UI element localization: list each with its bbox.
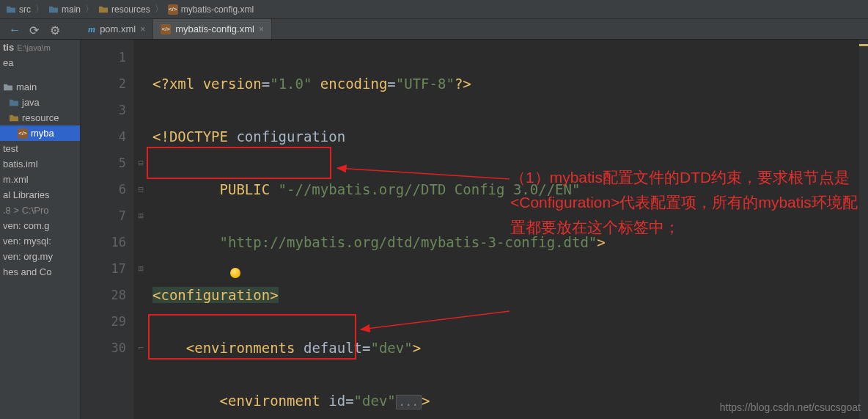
code-token: <? xyxy=(152,76,169,92)
scroll-marker xyxy=(859,44,868,46)
tree-item[interactable]: ven: com.g xyxy=(0,218,80,233)
line-number: 5 xyxy=(81,150,126,176)
code-token: < xyxy=(220,393,228,409)
line-number: 4 xyxy=(81,123,126,150)
tree-root-name: tis xyxy=(3,42,14,53)
code-token: = xyxy=(362,340,370,356)
fold-toggle-icon[interactable]: ⊟ xyxy=(133,176,148,203)
breadcrumb: src 〉 main 〉 resources 〉 </> mybatis-con… xyxy=(0,0,868,19)
line-number: 6 xyxy=(81,176,126,203)
annotation-text: （1）mybatis配置文件的DTD约束，要求根节点是<Configuratio… xyxy=(510,165,862,240)
code-token: id xyxy=(328,393,345,409)
folder-icon xyxy=(98,5,108,14)
code-token: < xyxy=(186,340,194,356)
lightbulb-icon[interactable] xyxy=(230,268,240,278)
tree-item[interactable]: al Libraries xyxy=(0,187,80,203)
code-token: <! xyxy=(152,128,169,145)
line-number: 1 xyxy=(81,44,126,70)
code-token: > xyxy=(422,393,430,409)
back-icon[interactable]: ← xyxy=(9,23,21,35)
breadcrumb-item[interactable]: main xyxy=(47,4,82,15)
chevron-right-icon: 〉 xyxy=(32,3,47,15)
chevron-right-icon: 〉 xyxy=(82,3,97,15)
fold-placeholder[interactable]: ... xyxy=(396,395,422,409)
tree-item[interactable]: .8 > C:\Pro xyxy=(0,203,80,218)
tree-item[interactable]: ven: mysql: xyxy=(0,233,80,249)
fold-column[interactable]: ⊟ ⊟ ⊞ ⊞ ⌐ xyxy=(133,40,148,419)
breadcrumb-text: src xyxy=(19,4,31,15)
tree-root-path: E:\java\m xyxy=(17,43,51,52)
fold-end-icon: ⌐ xyxy=(133,335,148,361)
tree-label: java xyxy=(22,97,40,108)
folder-icon xyxy=(9,98,19,107)
breadcrumb-item[interactable]: src xyxy=(4,4,32,15)
code-token: > xyxy=(413,340,421,356)
close-icon[interactable]: × xyxy=(140,24,145,34)
tree-item[interactable]: hes and Co xyxy=(0,264,80,280)
breadcrumb-item[interactable]: </> mybatis-config.xml xyxy=(166,4,255,15)
folder-icon xyxy=(6,5,16,14)
xml-file-icon: </> xyxy=(168,4,178,15)
tree-item[interactable]: ea xyxy=(0,55,80,70)
maven-icon: m xyxy=(88,23,95,35)
tree-item[interactable]: m.xml xyxy=(0,172,80,187)
code-token: configuration xyxy=(236,128,345,145)
tree-label: main xyxy=(16,81,37,92)
tree-label: myba xyxy=(31,128,54,139)
gear-icon[interactable]: ⚙ xyxy=(50,23,62,35)
tree-item[interactable]: batis.iml xyxy=(0,156,80,172)
line-number: 7 xyxy=(81,203,126,229)
tab-mybatis-config[interactable]: </> mybatis-config.xml × xyxy=(153,19,272,39)
tab-label: pom.xml xyxy=(100,23,136,34)
line-number: 16 xyxy=(81,229,126,255)
code-token: configuration xyxy=(161,287,270,303)
tab-label: mybatis-config.xml xyxy=(175,23,254,34)
code-token: environments xyxy=(194,340,304,356)
line-number: 3 xyxy=(81,97,126,123)
line-number: 17 xyxy=(81,255,126,282)
code-token: "dev" xyxy=(370,340,412,356)
folder-icon xyxy=(48,5,59,14)
fold-toggle-icon[interactable]: ⊞ xyxy=(133,255,148,282)
code-token: < xyxy=(152,287,161,303)
folder-icon xyxy=(9,114,19,123)
tree-label: resource xyxy=(22,112,59,123)
code-token: = xyxy=(262,76,270,92)
code-token: encoding xyxy=(312,76,387,92)
refresh-icon[interactable]: ⟳ xyxy=(29,23,41,35)
line-number: 29 xyxy=(81,308,126,335)
breadcrumb-item[interactable]: resources xyxy=(97,4,152,15)
toolbar: ← ⟳ ⚙ m pom.xml × </> mybatis-config.xml… xyxy=(0,19,868,40)
fold-toggle-icon[interactable]: ⊞ xyxy=(133,203,148,229)
tab-pom[interactable]: m pom.xml × xyxy=(81,19,153,39)
code-token: environment xyxy=(228,393,328,409)
folder-icon xyxy=(3,83,13,92)
fold-toggle-icon[interactable]: ⊟ xyxy=(133,150,148,176)
close-icon[interactable]: × xyxy=(259,24,264,34)
xml-file-icon: </> xyxy=(161,24,171,34)
code-token: "1.0" xyxy=(270,76,312,92)
code-token: DOCTYPE xyxy=(169,128,237,145)
tree-root[interactable]: tis E:\java\m xyxy=(0,40,80,55)
project-sidebar[interactable]: tis E:\java\m ea main java resource </> … xyxy=(0,40,81,419)
line-number: 2 xyxy=(81,70,126,97)
tree-item[interactable]: java xyxy=(0,95,80,110)
tree-item[interactable]: resource xyxy=(0,110,80,125)
editor-tabs: m pom.xml × </> mybatis-config.xml × xyxy=(81,19,272,39)
code-token: > xyxy=(270,287,278,303)
code-token: default xyxy=(304,340,362,356)
code-token: ?> xyxy=(455,76,471,92)
code-token: = xyxy=(387,76,395,92)
line-number: 28 xyxy=(81,282,126,308)
tree-item[interactable]: ven: org.my xyxy=(0,249,80,264)
line-gutter: 1 2 3 4 5 6 7 16 17 28 29 30 xyxy=(81,40,133,419)
tree-item[interactable]: main xyxy=(0,79,80,95)
breadcrumb-text: main xyxy=(62,4,81,15)
breadcrumb-text: resources xyxy=(111,4,150,15)
code-token: "dev" xyxy=(354,393,396,409)
xml-file-icon: </> xyxy=(18,128,28,139)
tree-item-selected[interactable]: </> myba xyxy=(0,125,80,141)
code-token: xml version xyxy=(169,76,262,92)
code-token: = xyxy=(345,393,353,409)
tree-item[interactable]: test xyxy=(0,141,80,156)
